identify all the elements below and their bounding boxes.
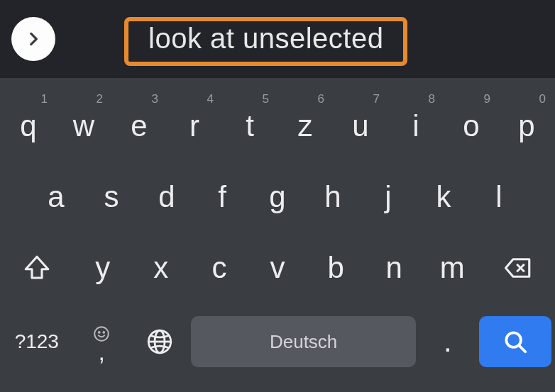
key-q[interactable]: 1q — [1, 91, 56, 162]
key-a[interactable]: a — [28, 162, 84, 233]
shift-icon — [22, 253, 52, 283]
backspace-key[interactable] — [481, 233, 554, 303]
key-j[interactable]: j — [361, 162, 416, 233]
key-b[interactable]: b — [307, 233, 365, 303]
key-t[interactable]: 5t — [222, 91, 278, 162]
key-e[interactable]: 3e — [111, 91, 167, 162]
search-icon — [502, 328, 529, 355]
key-l[interactable]: l — [471, 162, 527, 233]
chevron-right-icon — [24, 30, 43, 48]
key-c[interactable]: c — [190, 233, 248, 303]
key-u[interactable]: 7u — [333, 91, 388, 162]
key-s[interactable]: s — [84, 162, 139, 233]
key-k[interactable]: k — [416, 162, 471, 233]
svg-point-4 — [104, 332, 105, 333]
keyboard-row-4: ?123 , Deutsch . — [0, 303, 555, 380]
key-d[interactable]: d — [139, 162, 194, 233]
svg-line-9 — [520, 346, 526, 352]
key-p[interactable]: 0p — [499, 91, 554, 162]
language-key[interactable] — [131, 303, 188, 380]
keyboard: 1q 2w 3e 4r 5t 6z 7u 8i 9o 0p a s d f g … — [0, 78, 555, 380]
search-key[interactable] — [476, 303, 554, 380]
key-g[interactable]: g — [250, 162, 305, 233]
key-x[interactable]: x — [132, 233, 190, 303]
svg-point-3 — [99, 332, 100, 333]
shift-key[interactable] — [1, 233, 74, 303]
key-n[interactable]: n — [365, 233, 423, 303]
period-key[interactable]: . — [419, 303, 476, 380]
key-y[interactable]: y — [74, 233, 132, 303]
backspace-icon — [503, 253, 533, 283]
suggestion-primary[interactable]: look at unselected — [148, 23, 383, 55]
globe-icon — [145, 327, 175, 357]
suggestion-bar: look at unselected — [0, 0, 555, 78]
keyboard-row-2: a s d f g h j k l — [0, 162, 555, 233]
key-h[interactable]: h — [305, 162, 361, 233]
key-f[interactable]: f — [194, 162, 250, 233]
key-v[interactable]: v — [248, 233, 307, 303]
keyboard-row-3: y x c v b n m — [0, 233, 555, 303]
space-key[interactable]: Deutsch — [188, 303, 419, 380]
key-o[interactable]: 9o — [444, 91, 499, 162]
suggestion-highlight: look at unselected — [124, 17, 407, 66]
key-z[interactable]: 6z — [278, 91, 333, 162]
symbols-key[interactable]: ?123 — [1, 303, 73, 380]
key-w[interactable]: 2w — [56, 91, 111, 162]
key-r[interactable]: 4r — [167, 91, 222, 162]
key-i[interactable]: 8i — [388, 91, 444, 162]
emoji-key[interactable]: , — [73, 303, 131, 380]
keyboard-row-1: 1q 2w 3e 4r 5t 6z 7u 8i 9o 0p — [0, 91, 555, 162]
key-m[interactable]: m — [423, 233, 481, 303]
expand-suggestions-button[interactable] — [11, 17, 55, 61]
